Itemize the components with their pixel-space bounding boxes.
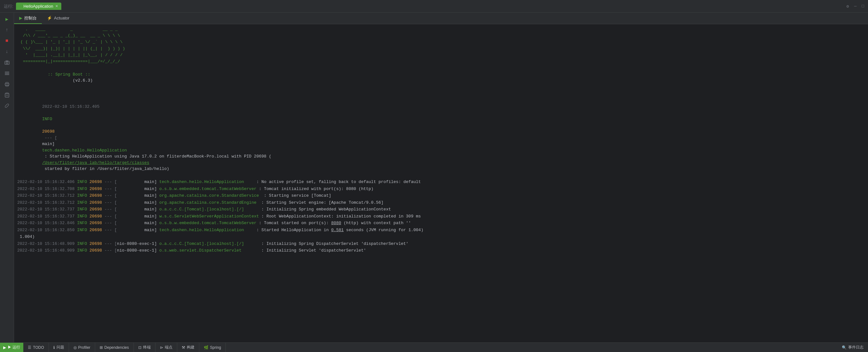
ascii-art-line-1: . ____ _ __ _ _ (14, 26, 868, 33)
endpoints-icon: ⊳ (160, 345, 163, 350)
stop-icon[interactable]: ■ (3, 36, 11, 45)
settings-icon[interactable]: ⚙ (847, 4, 849, 9)
spring-label: :: Spring Boot :: (45, 72, 93, 77)
play-icon[interactable]: ▶ (3, 15, 11, 24)
actuator-tab-label: Actuator (54, 15, 69, 21)
close-icon[interactable]: ✕ (55, 4, 58, 8)
br1: --- [ (42, 136, 85, 140)
svg-rect-4 (5, 73, 9, 74)
problems-icon: ℹ (53, 345, 55, 350)
endpoints-item[interactable]: ⊳ 端点 (156, 343, 177, 352)
todo-icon: ☰ (28, 345, 31, 350)
log-line-4: 2022-02-10 15:16:32.712 INFO 20698 --- [… (14, 192, 868, 199)
spring-icon: 🌿 (204, 345, 209, 350)
ascii-art-line-2: /\\ / ___'_ __ _ _(_)_ __ __ _ \ \ \ \ (14, 33, 868, 39)
blank-line-1 (14, 90, 868, 97)
print-icon[interactable] (3, 80, 11, 89)
events-label: 事件日志 (848, 345, 864, 350)
link1[interactable]: /Users/fliter/java_lab/hello/target/clas… (42, 161, 149, 165)
top-bar: 运行: ● HelloApplication ✕ ⚙ — □ (0, 0, 868, 13)
log-line-1: 2022-02-10 15:16:32.405 INFO 20698 --- [… (14, 97, 868, 179)
run-status-label: ▶ 运行 (8, 345, 20, 350)
class1: tech.dashen.hello.HelloApplication (42, 148, 137, 153)
log-line-5: 2022-02-10 15:16:32.712 INFO 20698 --- [… (14, 199, 868, 206)
ascii-art-line-5: ' |____| .__|_| |_|_| |_\__, | / / / / (14, 52, 868, 58)
tab-bar: ▶ 控制台 ⚡ Actuator (14, 13, 868, 24)
svg-rect-9 (5, 94, 9, 97)
run-play-icon: ▶ (3, 345, 6, 350)
terminal-item[interactable]: ⊡ 终端 (134, 343, 156, 352)
top-bar-left: 运行: ● HelloApplication ✕ (4, 3, 61, 10)
list-icon[interactable] (3, 69, 11, 78)
maximize-icon[interactable]: □ (862, 4, 864, 9)
camera-icon[interactable] (3, 58, 11, 67)
wrench-icon[interactable] (3, 101, 11, 110)
log-line-7: 2022-02-10 15:16:32.737 INFO 20698 --- [… (14, 213, 868, 220)
status-bar-right[interactable]: 🔍 事件日志 (842, 345, 868, 350)
ts1: 2022-02-10 15:16:32.405 (42, 104, 99, 109)
dependencies-icon: ⊞ (100, 345, 103, 350)
log-line-11: 2022-02-10 15:16:48.909 INFO 20698 --- [… (14, 247, 868, 254)
svg-rect-5 (5, 74, 9, 75)
spring-item[interactable]: 🌿 Spring (199, 343, 226, 352)
profiler-icon: ◎ (73, 345, 76, 350)
terminal-label: 终端 (143, 345, 151, 350)
version-label: (v2.6.3) (45, 78, 93, 83)
continuation-line: 1.004) (14, 234, 868, 240)
search-icon: 🔍 (842, 345, 847, 350)
dependencies-item[interactable]: ⊞ Dependencies (95, 343, 134, 352)
todo-label: TODO (33, 345, 44, 350)
build-label: 构建 (187, 345, 194, 350)
thread1: main] (42, 142, 57, 146)
svg-rect-11 (6, 93, 8, 94)
msg1b: started by fliter in /Users/fliter/java_… (42, 167, 169, 171)
ascii-art-line-3: ( ( )\___ | '_ | '_| | '_ \/ _` | \ \ \ … (14, 39, 868, 45)
log-line-8: 2022-02-10 15:16:32.846 INFO 20698 --- [… (14, 220, 868, 227)
problems-item[interactable]: ℹ 问题 (49, 343, 69, 352)
lvl1: INFO (42, 117, 52, 121)
status-bar: ▶ ▶ 运行 ☰ TODO ℹ 问题 ◎ Profiler ⊞ Dependen… (0, 343, 868, 352)
svg-point-1 (6, 62, 8, 64)
svg-rect-3 (5, 72, 9, 72)
ascii-art-line-4: \\/ ___)| |_)| | | | | || (_| | ) ) ) ) (14, 45, 868, 52)
app-tab-label: HelloApplication (23, 4, 53, 9)
log-line-9: 2022-02-10 15:16:32.850 INFO 20698 --- [… (14, 227, 868, 234)
build-item[interactable]: ⚒ 构建 (177, 343, 199, 352)
problems-label: 问题 (57, 345, 64, 350)
content-panel: ▶ 控制台 ⚡ Actuator . ____ _ __ _ _ /\\ / _… (14, 13, 868, 343)
run-label: 运行: (4, 3, 13, 9)
console-tab-icon: ▶ (19, 15, 22, 21)
console-output[interactable]: . ____ _ __ _ _ /\\ / ___'_ __ _ _(_)_ _… (14, 24, 868, 343)
app-tab-icon: ● (19, 4, 22, 9)
main-area: ▶ ↑ ■ ↓ (0, 13, 868, 343)
console-tab-label: 控制台 (24, 15, 37, 21)
status-bar-left: ▶ ▶ 运行 ☰ TODO ℹ 问题 ◎ Profiler ⊞ Dependen… (0, 343, 226, 352)
dependencies-label: Dependencies (104, 345, 129, 350)
arrow-up-icon[interactable]: ↑ (3, 26, 11, 34)
ascii-art-line-6: =========|_|==============|___/=/_/_/_/ (14, 58, 868, 65)
spring-item-label: Spring (210, 345, 221, 350)
todo-item[interactable]: ☰ TODO (23, 343, 49, 352)
top-bar-right: ⚙ — □ (847, 4, 864, 9)
tab-actuator[interactable]: ⚡ Actuator (42, 13, 74, 24)
profiler-item[interactable]: ◎ Profiler (69, 343, 95, 352)
endpoints-label: 端点 (165, 345, 173, 350)
tab-console[interactable]: ▶ 控制台 (14, 13, 42, 24)
build-icon: ⚒ (182, 345, 185, 350)
pid1: 20698 (42, 129, 55, 134)
actuator-tab-icon: ⚡ (47, 15, 52, 21)
spring-boot-version-line: :: Spring Boot :: (v2.6.3) (14, 65, 868, 90)
delete-icon[interactable] (3, 91, 11, 100)
log-line-3: 2022-02-10 15:16:32.708 INFO 20698 --- [… (14, 185, 868, 192)
log-line-2: 2022-02-10 15:16:32.406 INFO 20698 --- [… (14, 179, 868, 185)
app-tab[interactable]: ● HelloApplication ✕ (16, 3, 61, 10)
minimize-icon[interactable]: — (854, 4, 857, 9)
msg1: : Starting HelloApplication using Java 1… (42, 154, 272, 159)
sidebar: ▶ ↑ ■ ↓ (0, 13, 14, 343)
terminal-icon: ⊡ (138, 345, 142, 350)
log-line-10: 2022-02-10 15:16:48.909 INFO 20698 --- [… (14, 240, 868, 247)
log-line-6: 2022-02-10 15:16:32.737 INFO 20698 --- [… (14, 206, 868, 213)
run-status-item[interactable]: ▶ ▶ 运行 (0, 343, 23, 352)
profiler-label: Profiler (78, 345, 90, 350)
arrow-down-icon[interactable]: ↓ (3, 47, 11, 56)
